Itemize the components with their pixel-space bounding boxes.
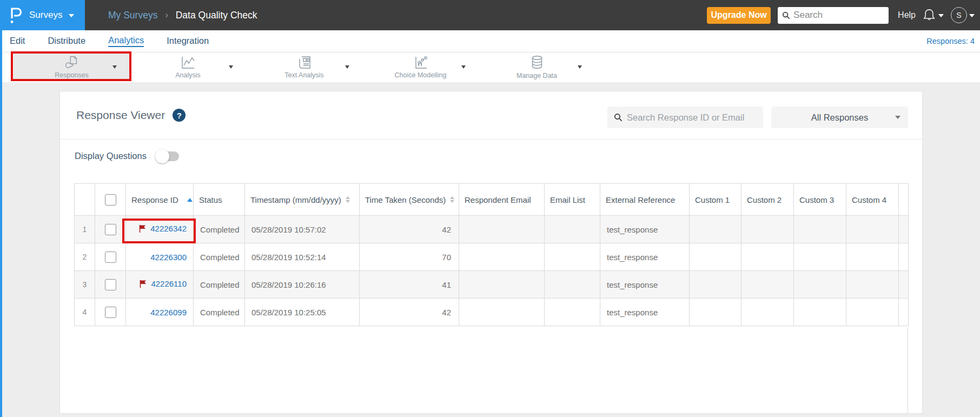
header-select [95, 184, 126, 216]
table-header-row: Response ID Status Timestamp (mm/dd/yyyy… [75, 184, 909, 216]
table-scroll-gutter [908, 328, 908, 414]
toolbar-item-analysis[interactable]: Analysis [130, 54, 246, 81]
chevron-down-icon[interactable] [461, 65, 466, 69]
response-filter-value: All Responses [811, 112, 868, 123]
toolbar-item-label: Responses [55, 71, 89, 79]
chevron-down-icon[interactable] [578, 65, 582, 69]
help-link[interactable]: Help [898, 10, 916, 20]
toolbar-item-label: Analysis [175, 71, 201, 79]
row-checkbox[interactable] [105, 279, 116, 290]
sort-ascending-icon [187, 198, 193, 202]
breadcrumb-my-surveys[interactable]: My Surveys [108, 10, 157, 21]
row-checkbox[interactable] [105, 251, 116, 263]
help-icon[interactable]: ? [173, 109, 186, 122]
header-respondent-email: Respondent Email [459, 184, 545, 216]
response-id-link[interactable]: 42226110 [151, 279, 187, 288]
text-analysis-icon [297, 56, 312, 70]
response-viewer-card: Response Viewer ? All Responses Display … [59, 91, 923, 414]
chevron-down-icon [938, 14, 944, 17]
notifications-menu[interactable] [923, 8, 944, 22]
chevron-down-icon [895, 116, 900, 119]
search-icon [782, 11, 790, 19]
header-custom-4: Custom 4 [846, 184, 899, 216]
responses-count: Responses: 4 [926, 30, 975, 52]
toolbar-item-responses[interactable]: Responses [14, 54, 130, 81]
header-email-list: Email List [545, 184, 600, 216]
table-row: 4 42226099 Completed 05/28/2019 10:25:05… [75, 299, 909, 326]
toolbar-item-manage-data[interactable]: Manage Data [479, 54, 595, 81]
toolbar-item-label: Manage Data [517, 72, 557, 80]
page-title: Response Viewer [76, 109, 165, 122]
header-custom-2: Custom 2 [741, 184, 794, 216]
chevron-down-icon [969, 14, 975, 17]
response-id-link[interactable]: 42226300 [150, 253, 187, 262]
bell-icon [923, 8, 936, 22]
tab-analytics[interactable]: Analytics [108, 35, 144, 47]
top-bar: Surveys My Surveys › Data Quality Check … [0, 0, 980, 30]
toolbar-item-label: Choice Modelling [395, 71, 447, 79]
product-label: Surveys [29, 10, 62, 21]
upgrade-now-button[interactable]: Upgrade Now [707, 7, 771, 24]
search-icon [614, 113, 623, 122]
sort-icon [346, 196, 350, 203]
brand-logo-icon [9, 6, 23, 24]
row-checkbox[interactable] [105, 307, 116, 318]
chevron-down-icon[interactable] [229, 65, 233, 69]
response-search-input[interactable] [627, 112, 751, 123]
header-status: Status [194, 184, 245, 216]
display-questions-label: Display Questions [75, 151, 147, 161]
toolbar-item-choice-modelling[interactable]: Choice Modelling [362, 54, 479, 81]
choice-modelling-icon [413, 56, 428, 70]
chevron-down-icon[interactable] [345, 65, 349, 69]
tab-integration[interactable]: Integration [167, 36, 209, 47]
table-row: 2 42226300 Completed 05/28/2019 10:52:14… [75, 243, 909, 271]
toggle-knob [155, 149, 169, 163]
manage-data-icon [529, 55, 545, 70]
header-custom-3: Custom 3 [794, 184, 846, 216]
analysis-icon [181, 56, 196, 70]
response-search-box[interactable] [607, 107, 763, 128]
avatar: S [951, 7, 967, 23]
survey-nav-items: Edit Distribute Analytics Integration [10, 30, 209, 52]
tab-distribute[interactable]: Distribute [48, 36, 85, 47]
table-row: 3 42226110 Completed 05/28/2019 10:26:16… [75, 271, 909, 299]
table-row: 1 42226342 Completed 05/28/2019 10:57:02… [75, 216, 909, 243]
response-filter-dropdown[interactable]: All Responses [771, 107, 908, 128]
account-menu[interactable]: S [951, 7, 975, 23]
header-external-reference: External Reference [600, 184, 690, 216]
flag-icon [138, 224, 147, 233]
display-questions-row: Display Questions [75, 151, 179, 161]
header-gutter [899, 184, 909, 216]
response-id-link[interactable]: 42226342 [150, 224, 187, 233]
analytics-toolbar: Responses Analysis [0, 52, 980, 82]
global-search-input[interactable] [793, 10, 880, 21]
survey-nav: Edit Distribute Analytics Integration Re… [0, 30, 980, 52]
tab-edit[interactable]: Edit [10, 36, 25, 47]
app-root: Surveys My Surveys › Data Quality Check … [0, 0, 980, 417]
product-switcher[interactable]: Surveys [0, 0, 85, 30]
header-response-id[interactable]: Response ID [126, 184, 194, 216]
header-timestamp[interactable]: Timestamp (mm/dd/yyyy) [245, 184, 360, 216]
display-questions-toggle[interactable] [156, 151, 179, 161]
select-all-checkbox[interactable] [105, 194, 116, 206]
topbar-actions: Upgrade Now Help S [707, 0, 975, 30]
global-search-box[interactable] [778, 7, 889, 24]
flag-icon [139, 280, 147, 288]
breadcrumb-separator: › [165, 10, 168, 20]
chevron-down-icon[interactable] [112, 65, 117, 69]
toolbar-item-text-analysis[interactable]: Text Analysis [246, 54, 362, 81]
card-header: Response Viewer ? All Responses [60, 91, 922, 140]
sort-icon [450, 196, 454, 203]
response-id-link[interactable]: 42226099 [150, 308, 187, 317]
responses-table: Response ID Status Timestamp (mm/dd/yyyy… [74, 183, 909, 326]
row-checkbox[interactable] [105, 224, 116, 235]
breadcrumb-current-survey: Data Quality Check [176, 10, 257, 21]
header-row-number [75, 184, 95, 216]
toolbar-item-label: Text Analysis [284, 71, 323, 79]
responses-icon [64, 56, 80, 70]
header-time-taken[interactable]: Time Taken (Seconds) [360, 184, 459, 216]
header-custom-1: Custom 1 [690, 184, 741, 216]
left-accent-strip [0, 30, 2, 417]
breadcrumb: My Surveys › Data Quality Check [108, 0, 257, 30]
chevron-down-icon [69, 14, 74, 17]
